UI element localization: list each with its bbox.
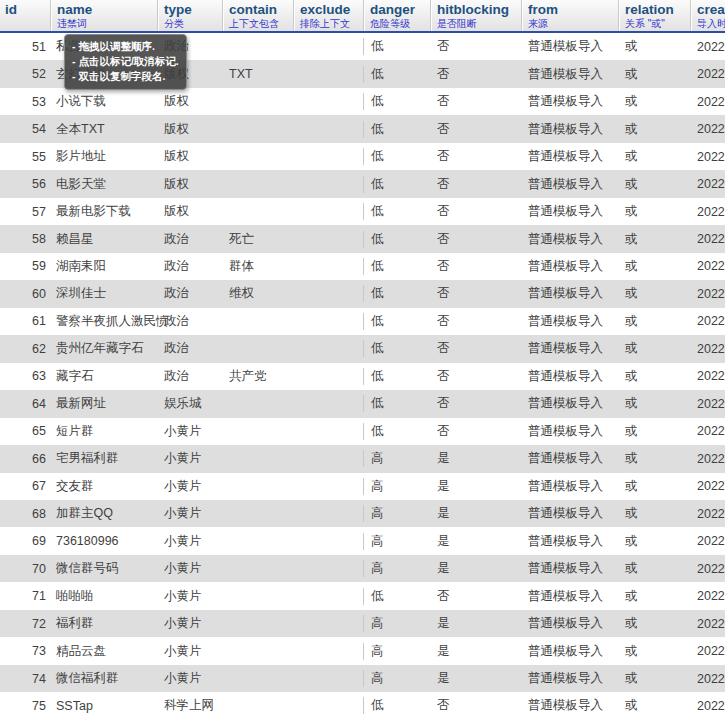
cell-relation: 或 — [618, 66, 690, 83]
column-header-id[interactable]: id — [0, 0, 50, 31]
cell-type: 小黄片 — [157, 615, 222, 632]
cell-from: 普通模板导入 — [521, 38, 618, 55]
cell-name: 加群主QQ — [50, 505, 157, 522]
cell-creat: 2022 — [690, 67, 725, 81]
cell-type: 版权 — [157, 121, 222, 138]
cell-name: 福利群 — [50, 615, 157, 632]
cell-name: 短片群 — [50, 423, 157, 440]
table-row: 63藏字石政治共产党低否普通模板导入或2022 — [0, 363, 725, 390]
cell-id: 58 — [0, 232, 50, 246]
cell-type: 政治 — [157, 368, 222, 385]
cell-id: 59 — [0, 259, 50, 273]
cell-danger: 低 — [363, 121, 430, 138]
cell-hitblocking: 否 — [430, 423, 521, 440]
cell-hitblocking: 否 — [430, 93, 521, 110]
cell-id: 52 — [0, 67, 50, 81]
column-label: contain — [229, 2, 293, 18]
cell-hitblocking: 是 — [430, 478, 521, 495]
column-header-danger[interactable]: danger危险等级 — [363, 0, 430, 31]
cell-from: 普通模板导入 — [521, 340, 618, 357]
cell-hitblocking: 是 — [430, 533, 521, 550]
cell-danger: 高 — [363, 533, 430, 550]
cell-id: 74 — [0, 672, 50, 686]
table-row: 68加群主QQ小黄片高是普通模板导入或2022 — [0, 500, 725, 527]
column-header-name[interactable]: name违禁词 — [50, 0, 157, 31]
cell-id: 65 — [0, 424, 50, 438]
cell-from: 普通模板导入 — [521, 66, 618, 83]
table-body: 51私营政治低否普通模板导入或202252玄幻小说版权TXT低否普通模板导入或2… — [0, 33, 725, 720]
cell-name: 交友群 — [50, 478, 157, 495]
cell-id: 71 — [0, 589, 50, 603]
column-subtitle: 危险等级 — [370, 18, 430, 30]
column-header-contain[interactable]: contain上下文包含 — [222, 0, 293, 31]
cell-hitblocking: 否 — [430, 38, 521, 55]
cell-creat: 2022 — [690, 205, 725, 219]
cell-from: 普通模板导入 — [521, 121, 618, 138]
cell-creat: 2022 — [690, 369, 725, 383]
cell-from: 普通模板导入 — [521, 203, 618, 220]
cell-from: 普通模板导入 — [521, 450, 618, 467]
cell-relation: 或 — [618, 203, 690, 220]
column-subtitle: 来源 — [528, 18, 618, 30]
column-header-from[interactable]: from来源 — [521, 0, 618, 31]
cell-creat: 2022 — [690, 177, 725, 191]
table-row: 61警察半夜抓人激民愤政治低否普通模板导入或2022 — [0, 308, 725, 335]
cell-type: 小黄片 — [157, 670, 222, 687]
cell-hitblocking: 否 — [430, 588, 521, 605]
cell-creat: 2022 — [690, 287, 725, 301]
table-row: 66宅男福利群小黄片高是普通模板导入或2022 — [0, 445, 725, 472]
table-row: 60深圳佳士政治维权低否普通模板导入或2022 — [0, 280, 725, 307]
cell-from: 普通模板导入 — [521, 478, 618, 495]
cell-from: 普通模板导入 — [521, 231, 618, 248]
cell-type: 小黄片 — [157, 450, 222, 467]
cell-from: 普通模板导入 — [521, 176, 618, 193]
cell-danger: 低 — [363, 203, 430, 220]
cell-type: 版权 — [157, 93, 222, 110]
cell-creat: 2022 — [690, 342, 725, 356]
cell-from: 普通模板导入 — [521, 643, 618, 660]
cell-type: 小黄片 — [157, 423, 222, 440]
cell-relation: 或 — [618, 93, 690, 110]
cell-relation: 或 — [618, 450, 690, 467]
cell-relation: 或 — [618, 368, 690, 385]
table-row: 55影片地址版权低否普通模板导入或2022 — [0, 143, 725, 170]
cell-creat: 2022 — [690, 534, 725, 548]
column-header-exclude[interactable]: exclude排除上下文 — [293, 0, 363, 31]
cell-id: 60 — [0, 287, 50, 301]
cell-hitblocking: 否 — [430, 258, 521, 275]
column-header-relation[interactable]: relation关系 "或" — [618, 0, 690, 31]
cell-id: 51 — [0, 40, 50, 54]
cell-danger: 低 — [363, 176, 430, 193]
cell-type: 版权 — [157, 176, 222, 193]
cell-hitblocking: 否 — [430, 231, 521, 248]
cell-relation: 或 — [618, 423, 690, 440]
table-row: 59湖南耒阳政治群体低否普通模板导入或2022 — [0, 253, 725, 280]
cell-relation: 或 — [618, 176, 690, 193]
cell-contain: 群体 — [222, 258, 293, 275]
cell-danger: 低 — [363, 423, 430, 440]
cell-name: 深圳佳士 — [50, 285, 157, 302]
cell-relation: 或 — [618, 643, 690, 660]
cell-contain: 维权 — [222, 285, 293, 302]
cell-from: 普通模板导入 — [521, 368, 618, 385]
tooltip-line-mark: - 点击以标记/取消标记. — [72, 54, 179, 69]
cell-danger: 低 — [363, 38, 430, 55]
column-header-hitblocking[interactable]: hitblocking是否阻断 — [430, 0, 521, 31]
cell-name: 最新电影下载 — [50, 203, 157, 220]
column-header-creat[interactable]: creat导入时间 — [690, 0, 725, 31]
cell-id: 53 — [0, 95, 50, 109]
cell-name: 湖南耒阳 — [50, 258, 157, 275]
cell-name: 影片地址 — [50, 148, 157, 165]
cell-danger: 低 — [363, 93, 430, 110]
column-header-type[interactable]: type分类 — [157, 0, 222, 31]
cell-danger: 低 — [363, 148, 430, 165]
cell-danger: 低 — [363, 395, 430, 412]
cell-id: 72 — [0, 617, 50, 631]
cell-name: 小说下载 — [50, 93, 157, 110]
cell-id: 55 — [0, 150, 50, 164]
cell-from: 普通模板导入 — [521, 258, 618, 275]
cell-type: 小黄片 — [157, 505, 222, 522]
tooltip-line-copy: - 双击以复制字段名. — [72, 69, 179, 84]
column-label: type — [164, 2, 222, 18]
cell-from: 普通模板导入 — [521, 93, 618, 110]
